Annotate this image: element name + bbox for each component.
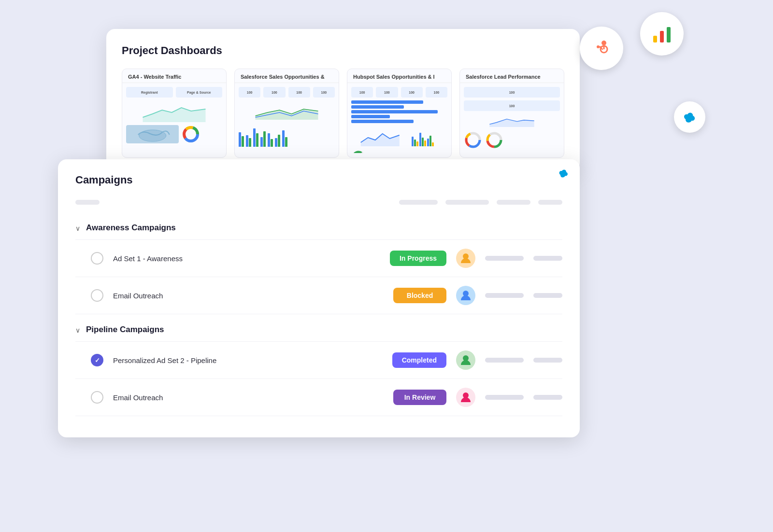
campaign-checkbox-email-outreach-2[interactable] <box>91 391 103 404</box>
status-badge-in-progress[interactable]: In Progress <box>390 251 446 266</box>
dashboard-item-salesforce-sales[interactable]: Salesforce Sales Opportunities & 100 100… <box>234 69 339 158</box>
svg-point-1 <box>597 45 600 48</box>
th-pill-due <box>497 200 530 205</box>
svg-marker-5 <box>143 108 206 122</box>
hubspot-icon <box>580 27 623 70</box>
campaign-row-ad-set-1: Ad Set 1 - Awareness In Progress <box>75 239 562 277</box>
dashboards-card: Project Dashboards GA4 - Website Traffic… <box>106 29 580 171</box>
salesforce-icon <box>674 101 705 133</box>
dashboard-item-header: GA4 - Website Traffic <box>122 69 226 83</box>
svg-point-0 <box>601 41 606 45</box>
col-due-date-1 <box>533 256 562 261</box>
svg-rect-3 <box>660 31 664 42</box>
campaign-checkbox-email-outreach-1[interactable] <box>91 289 103 302</box>
campaigns-card: Campaigns ∨ Awareness Campaigns Ad Set 1… <box>58 159 580 437</box>
col-assignee-name-4 <box>485 395 524 400</box>
th-pill-status <box>399 200 438 205</box>
col-assignee-name-3 <box>485 358 524 363</box>
col-assignee-name-1 <box>485 256 524 261</box>
campaign-row-email-outreach-1: Email Outreach Blocked <box>75 277 562 314</box>
awareness-section: ∨ Awareness Campaigns Ad Set 1 - Awarene… <box>75 216 562 314</box>
campaign-row-email-outreach-2: Email Outreach In Review <box>75 378 562 416</box>
svg-rect-4 <box>667 27 671 42</box>
campaign-checkbox-ad-set-2[interactable] <box>91 354 103 366</box>
col-due-date-3 <box>533 358 562 363</box>
svg-point-6 <box>139 130 166 141</box>
avatar-ad-set-2 <box>456 350 475 370</box>
dashboard-item-header: Hubspot Sales Opportunities & I <box>347 69 451 83</box>
campaign-checkbox-ad-set-1[interactable] <box>91 252 103 265</box>
svg-rect-2 <box>653 36 657 42</box>
campaigns-title: Campaigns <box>75 174 562 186</box>
dashboard-item-header: Salesforce Lead Performance <box>460 69 564 83</box>
campaign-row-ad-set-2: Personalized Ad Set 2 - Pipeline Complet… <box>75 341 562 378</box>
avatar-email-outreach-1 <box>456 286 475 305</box>
table-header-row <box>75 196 562 209</box>
awareness-section-label: Awareness Campaigns <box>86 223 176 233</box>
th-pill-1 <box>75 200 100 205</box>
campaign-name-ad-set-1: Ad Set 1 - Awareness <box>113 254 380 263</box>
campaign-name-ad-set-2: Personalized Ad Set 2 - Pipeline <box>113 356 383 364</box>
dashboard-item-salesforce-lead[interactable]: Salesforce Lead Performance 100 100 <box>459 69 564 158</box>
avatar-email-outreach-2 <box>456 388 475 407</box>
campaign-name-email-outreach-2: Email Outreach <box>113 393 384 402</box>
status-badge-blocked[interactable]: Blocked <box>393 288 446 303</box>
salesforce-cloud-badge <box>557 168 571 182</box>
awareness-section-header[interactable]: ∨ Awareness Campaigns <box>75 216 562 239</box>
chevron-down-icon: ∨ <box>75 224 80 232</box>
campaign-name-email-outreach-1: Email Outreach <box>113 292 384 300</box>
col-assignee-name-2 <box>485 293 524 298</box>
analytics-icon <box>640 12 684 56</box>
status-badge-in-review[interactable]: In Review <box>393 390 446 405</box>
dashboard-item-hubspot-sales[interactable]: Hubspot Sales Opportunities & I 100 100 … <box>347 69 452 158</box>
dashboard-item-header: Salesforce Sales Opportunities & <box>235 69 339 83</box>
col-due-date-2 <box>533 293 562 298</box>
chevron-down-icon-2: ∨ <box>75 326 80 334</box>
col-due-date-4 <box>533 395 562 400</box>
avatar-ad-set-1 <box>456 249 475 268</box>
dashboard-grid: GA4 - Website Traffic Registrant Page & … <box>122 69 564 158</box>
dashboards-title: Project Dashboards <box>122 44 564 57</box>
pipeline-section-label: Pipeline Campaigns <box>86 325 164 335</box>
th-pill-assignee <box>445 200 489 205</box>
pipeline-section: ∨ Pipeline Campaigns Personalized Ad Set… <box>75 318 562 416</box>
pipeline-section-header[interactable]: ∨ Pipeline Campaigns <box>75 318 562 341</box>
dashboard-item-ga4[interactable]: GA4 - Website Traffic Registrant Page & … <box>122 69 227 158</box>
status-badge-completed[interactable]: Completed <box>392 352 446 368</box>
th-pill-priority <box>538 200 562 205</box>
